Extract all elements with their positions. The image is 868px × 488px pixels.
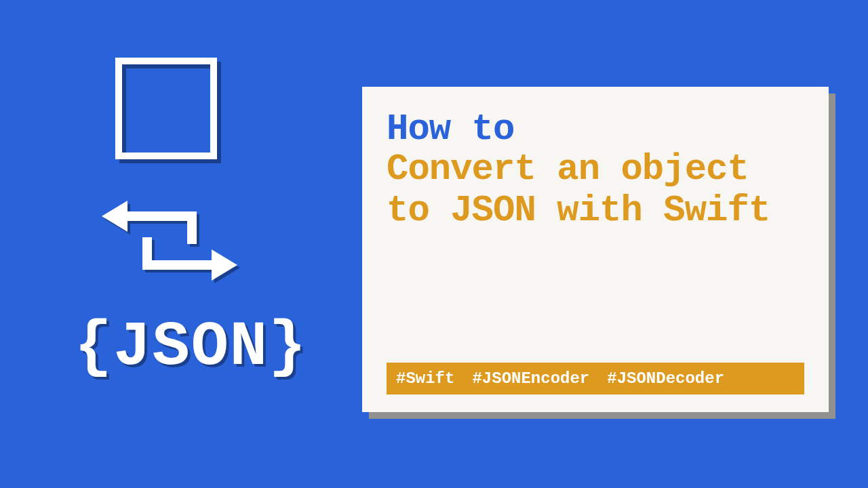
square-icon xyxy=(115,58,217,159)
svg-rect-0 xyxy=(122,211,197,221)
tag: #Swift xyxy=(396,369,454,388)
tag-bar: #Swift #JSONEncoder #JSONDecoder xyxy=(387,363,804,394)
title-card: How to Convert an object to JSON with Sw… xyxy=(362,87,829,412)
svg-rect-1 xyxy=(187,211,197,244)
svg-rect-4 xyxy=(142,237,152,270)
title-prefix: How to xyxy=(387,110,804,149)
title-main: Convert an object to JSON with Swift xyxy=(387,149,804,231)
exchange-arrows-icon xyxy=(102,197,237,285)
tag: #JSONDecoder xyxy=(607,369,724,388)
svg-rect-3 xyxy=(142,260,217,270)
json-logo-text: {JSON} xyxy=(75,312,292,383)
left-graphics-column: {JSON} xyxy=(75,58,292,383)
svg-marker-5 xyxy=(212,249,237,281)
tag: #JSONEncoder xyxy=(472,369,589,388)
svg-marker-2 xyxy=(102,201,127,232)
